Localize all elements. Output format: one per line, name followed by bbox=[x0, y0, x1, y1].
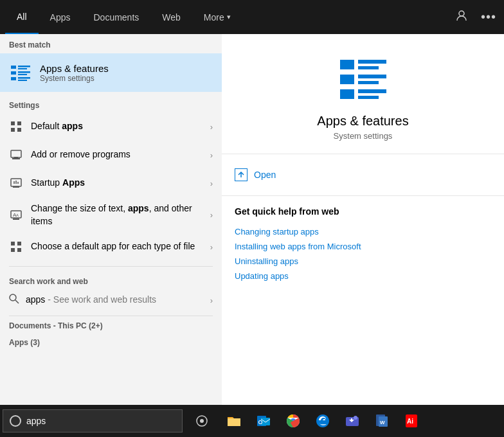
tab-apps-label: Apps bbox=[50, 12, 71, 22]
search-work-sub: - See work and web results bbox=[48, 294, 156, 305]
svg-rect-1 bbox=[11, 66, 16, 69]
taskbar-search-box[interactable] bbox=[3, 409, 183, 433]
help-link-2[interactable]: Uninstalling apps bbox=[235, 254, 491, 269]
task-view-button[interactable] bbox=[188, 407, 216, 435]
svg-text:A: A bbox=[16, 213, 19, 217]
svg-rect-40 bbox=[358, 96, 379, 99]
svg-rect-37 bbox=[358, 81, 379, 84]
best-match-subtitle: System settings bbox=[40, 74, 109, 83]
tab-apps[interactable]: Apps bbox=[39, 0, 82, 34]
more-dropdown-arrow: ▾ bbox=[227, 13, 231, 21]
svg-rect-29 bbox=[17, 248, 21, 252]
text-size-chevron: › bbox=[210, 210, 213, 220]
ellipsis-icon[interactable]: ••• bbox=[478, 7, 499, 27]
svg-rect-27 bbox=[17, 242, 21, 245]
taskbar-outlook[interactable] bbox=[249, 407, 278, 435]
svg-rect-13 bbox=[17, 128, 21, 132]
documents-label: Documents - This PC (2+) bbox=[0, 317, 222, 334]
quick-help-section: Get quick help from web Changing startup… bbox=[222, 196, 504, 294]
tab-documents[interactable]: Documents bbox=[82, 0, 150, 34]
best-match-item[interactable]: Apps & features System settings bbox=[0, 53, 222, 92]
settings-default-file-app[interactable]: Choose a default app for each type of fi… bbox=[0, 233, 222, 261]
settings-startup-apps[interactable]: Startup Apps › bbox=[0, 169, 222, 197]
taskbar-word[interactable]: W bbox=[368, 407, 396, 435]
open-icon bbox=[235, 168, 248, 181]
search-work-web-section: Search work and web apps - See work and … bbox=[0, 268, 222, 314]
help-link-3[interactable]: Updating apps bbox=[235, 269, 491, 283]
search-work-text: apps - See work and web results bbox=[26, 294, 205, 307]
svg-rect-33 bbox=[358, 60, 386, 64]
right-panel-header: Apps & features System settings bbox=[222, 34, 504, 154]
taskbar: W Ai bbox=[0, 405, 504, 437]
taskbar-file-explorer[interactable] bbox=[220, 407, 248, 435]
startup-apps-icon bbox=[9, 176, 23, 190]
tab-web-label: Web bbox=[162, 12, 181, 22]
svg-point-0 bbox=[459, 11, 464, 16]
svg-rect-11 bbox=[17, 121, 21, 125]
account-icon[interactable] bbox=[453, 6, 471, 28]
settings-section: Settings Default apps › bbox=[0, 92, 222, 265]
svg-rect-38 bbox=[340, 89, 354, 99]
tab-web[interactable]: Web bbox=[150, 0, 192, 34]
best-match-text: Apps & features System settings bbox=[40, 63, 109, 83]
svg-point-43 bbox=[200, 419, 204, 423]
svg-text:W: W bbox=[380, 420, 385, 425]
svg-rect-28 bbox=[11, 248, 15, 252]
svg-rect-10 bbox=[11, 121, 15, 125]
svg-rect-3 bbox=[18, 68, 27, 69]
svg-point-30 bbox=[10, 294, 16, 301]
startup-apps-chevron: › bbox=[210, 179, 213, 188]
search-work-icon bbox=[9, 294, 19, 307]
svg-rect-36 bbox=[358, 75, 386, 78]
svg-point-47 bbox=[259, 421, 262, 424]
svg-rect-8 bbox=[18, 77, 30, 79]
taskbar-edge[interactable] bbox=[309, 407, 337, 435]
default-file-text: Choose a default app for each type of fi… bbox=[31, 240, 205, 253]
tab-all[interactable]: All bbox=[5, 0, 39, 34]
svg-rect-4 bbox=[11, 71, 16, 75]
app-subtitle: System settings bbox=[334, 131, 393, 141]
top-navigation: All Apps Documents Web More ▾ ••• bbox=[0, 0, 504, 34]
settings-section-label: Settings bbox=[0, 96, 222, 112]
nav-tabs: All Apps Documents Web More ▾ bbox=[5, 0, 242, 34]
divider-1 bbox=[9, 266, 213, 267]
apps-count-label: Apps (3) bbox=[0, 334, 222, 351]
settings-default-apps[interactable]: Default apps › bbox=[0, 112, 222, 141]
svg-rect-39 bbox=[358, 89, 386, 93]
svg-point-51 bbox=[354, 416, 357, 420]
tab-all-label: All bbox=[17, 12, 27, 22]
open-button[interactable]: Open bbox=[235, 165, 491, 185]
svg-rect-26 bbox=[11, 242, 15, 245]
help-link-1[interactable]: Installing web apps from Microsoft bbox=[235, 239, 491, 254]
settings-add-remove[interactable]: Add or remove programs › bbox=[0, 141, 222, 169]
text-size-text: Change the size of text, apps, and other… bbox=[31, 202, 205, 227]
svg-rect-34 bbox=[358, 66, 379, 69]
taskbar-teams[interactable] bbox=[338, 407, 366, 435]
default-apps-chevron: › bbox=[210, 122, 213, 132]
app-icon bbox=[338, 53, 389, 105]
svg-rect-14 bbox=[11, 150, 21, 157]
svg-rect-7 bbox=[11, 77, 16, 80]
taskbar-acrobat[interactable]: Ai bbox=[397, 407, 426, 435]
taskbar-chrome[interactable] bbox=[279, 407, 307, 435]
startup-apps-text: Startup Apps bbox=[31, 177, 205, 190]
svg-rect-2 bbox=[18, 66, 30, 67]
add-remove-chevron: › bbox=[210, 150, 213, 160]
default-apps-icon bbox=[9, 120, 23, 134]
svg-rect-12 bbox=[11, 128, 15, 132]
left-panel: Best match Apps & features bbox=[0, 34, 222, 405]
svg-rect-32 bbox=[340, 60, 354, 69]
search-work-web-item[interactable]: apps - See work and web results › bbox=[0, 289, 222, 312]
add-remove-icon bbox=[9, 148, 23, 162]
open-label: Open bbox=[254, 170, 276, 180]
settings-text-size[interactable]: A A Change the size of text, apps, and o… bbox=[0, 197, 222, 233]
taskbar-search-input[interactable] bbox=[26, 416, 176, 426]
app-title: Apps & features bbox=[317, 114, 408, 129]
help-link-0[interactable]: Changing startup apps bbox=[235, 224, 491, 239]
best-match-title: Apps & features bbox=[40, 63, 109, 74]
default-file-chevron: › bbox=[210, 242, 213, 252]
tab-more[interactable]: More ▾ bbox=[192, 0, 242, 34]
svg-rect-15 bbox=[12, 158, 20, 159]
main-container: Best match Apps & features bbox=[0, 34, 504, 405]
tab-documents-label: Documents bbox=[93, 12, 139, 22]
